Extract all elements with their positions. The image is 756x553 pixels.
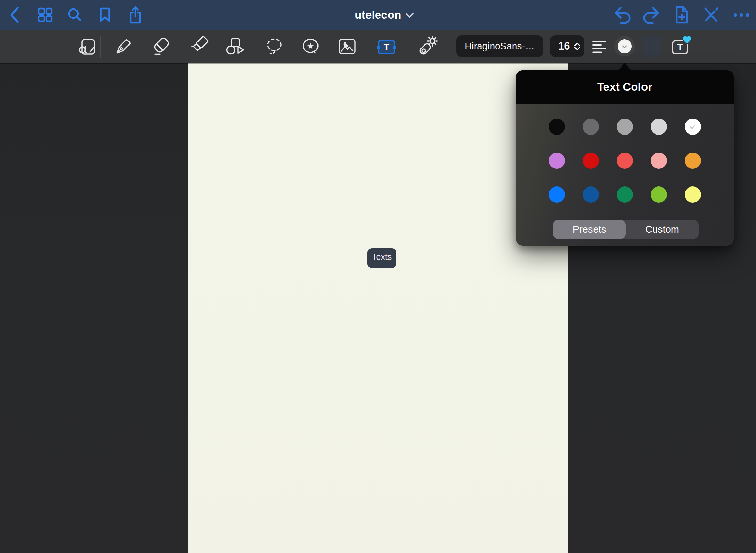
text-color-popover: Text Color PresetsCustom xyxy=(516,70,734,246)
thumbnails-icon xyxy=(38,7,53,22)
pen-icon xyxy=(114,36,135,57)
tool-bar: T HiraginoSans-… 16 xyxy=(0,30,756,63)
color-swatch[interactable] xyxy=(549,153,565,169)
font-size-stepper[interactable]: 16 xyxy=(550,35,584,57)
stop-editing-icon xyxy=(702,5,721,24)
font-name-selector[interactable]: HiraginoSans-… xyxy=(456,35,543,57)
add-page-icon xyxy=(672,5,691,24)
text-color-button[interactable] xyxy=(614,36,635,56)
more-button[interactable] xyxy=(732,0,751,30)
popover-title: Text Color xyxy=(597,81,653,93)
add-page-button[interactable] xyxy=(672,0,692,30)
text-tool-right-handle xyxy=(393,46,396,49)
color-swatch[interactable] xyxy=(685,186,701,203)
color-swatch[interactable] xyxy=(583,186,599,203)
color-chevron-down-icon xyxy=(622,45,627,49)
text-tool-letter: T xyxy=(384,42,390,53)
shapes-icon xyxy=(226,36,246,57)
text-object[interactable]: Texts xyxy=(367,248,396,268)
back-button[interactable] xyxy=(7,0,23,30)
color-swatch[interactable] xyxy=(651,119,667,135)
stop-editing-button[interactable] xyxy=(701,0,721,30)
undo-icon xyxy=(613,5,632,24)
color-swatch[interactable] xyxy=(583,119,599,135)
color-swatch[interactable] xyxy=(549,119,565,135)
redo-icon xyxy=(642,5,661,24)
color-swatch[interactable] xyxy=(617,186,633,203)
lasso-icon xyxy=(264,36,285,57)
back-icon xyxy=(7,6,23,24)
shapes-tool-button[interactable] xyxy=(226,30,246,63)
laser-pointer-icon xyxy=(418,36,439,57)
text-object-label: Texts xyxy=(372,252,392,262)
color-swatch[interactable] xyxy=(617,153,633,169)
redo-button[interactable] xyxy=(642,0,662,30)
navigation-bar: utelecon xyxy=(0,0,756,30)
align-left-icon xyxy=(592,40,606,53)
undo-button[interactable] xyxy=(612,0,632,30)
laser-pointer-tool-button[interactable] xyxy=(418,30,439,63)
color-swatch[interactable] xyxy=(685,119,701,135)
bookmark-icon xyxy=(99,7,111,22)
note-page[interactable] xyxy=(188,63,568,553)
tab-custom[interactable]: Custom xyxy=(626,220,699,239)
color-swatch[interactable] xyxy=(617,119,633,135)
more-icon xyxy=(732,12,751,18)
stepper-chevrons-icon xyxy=(573,42,581,51)
highlighter-icon xyxy=(189,36,209,57)
page-template-button[interactable] xyxy=(76,30,97,63)
pen-tool-button[interactable] xyxy=(114,30,135,63)
toolbar-divider xyxy=(100,36,101,58)
eraser-icon xyxy=(152,36,172,57)
share-icon xyxy=(128,5,142,25)
font-size-value: 16 xyxy=(558,40,570,52)
checkmark-icon xyxy=(688,122,697,131)
search-button[interactable] xyxy=(67,0,83,30)
dimmed-button xyxy=(642,36,662,57)
lasso-tool-button[interactable] xyxy=(264,30,285,63)
font-name-label: HiraginoSans-… xyxy=(465,41,534,52)
tab-presets[interactable]: Presets xyxy=(553,220,626,239)
stickers-tool-button[interactable] xyxy=(301,30,321,63)
heart-icon xyxy=(682,35,692,45)
popover-header: Text Color xyxy=(516,70,734,104)
screen: utelecon xyxy=(0,0,756,553)
presets-custom-segmented-control: PresetsCustom xyxy=(553,220,699,239)
text-tool-button-selected[interactable]: T xyxy=(378,40,395,54)
eraser-tool-button[interactable] xyxy=(152,30,172,63)
text-tool-left-handle xyxy=(377,46,380,49)
document-title-label: utelecon xyxy=(355,8,401,21)
text-color-current xyxy=(618,39,632,53)
highlighter-tool-button[interactable] xyxy=(189,30,209,63)
bookmark-button[interactable] xyxy=(99,0,111,30)
search-icon xyxy=(67,7,82,22)
image-tool-button[interactable] xyxy=(337,30,357,63)
share-button[interactable] xyxy=(128,0,143,30)
stickers-icon xyxy=(301,36,321,57)
color-swatch[interactable] xyxy=(549,186,565,203)
popover-arrow xyxy=(615,61,634,71)
thumbnails-button[interactable] xyxy=(37,0,53,30)
color-swatch[interactable] xyxy=(651,186,667,203)
title-chevron-down-icon xyxy=(405,13,414,18)
color-swatch[interactable] xyxy=(685,153,701,169)
page-template-icon xyxy=(76,36,97,57)
color-swatch[interactable] xyxy=(651,153,667,169)
color-swatch[interactable] xyxy=(583,153,599,169)
image-icon xyxy=(337,36,357,57)
text-align-button[interactable] xyxy=(592,40,606,53)
